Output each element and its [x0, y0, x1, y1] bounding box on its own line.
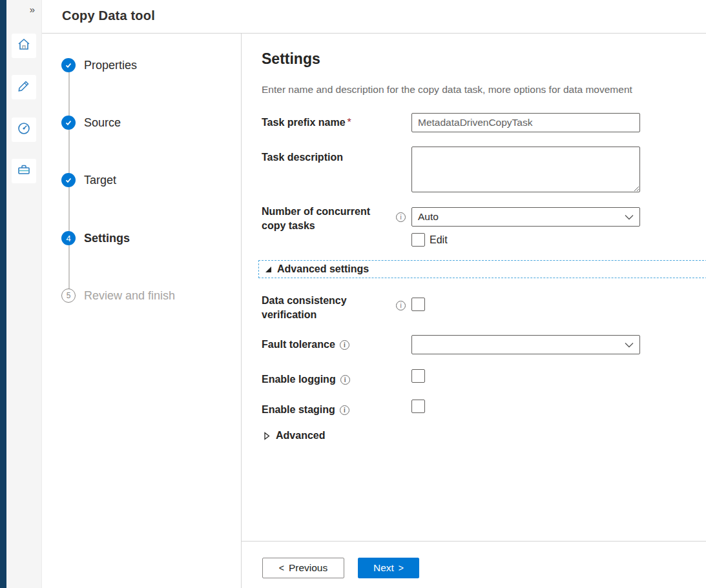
info-icon[interactable]: i	[340, 340, 349, 350]
home-icon	[16, 37, 32, 55]
step-properties[interactable]: Properties	[55, 57, 137, 73]
info-icon[interactable]: i	[396, 212, 406, 222]
app-sidebar: »	[6, 0, 42, 588]
advanced-expander[interactable]: Advanced	[264, 430, 325, 441]
next-button-label: Next	[373, 562, 394, 574]
sidebar-item-home[interactable]	[12, 34, 36, 58]
step-label: Properties	[84, 59, 137, 72]
header: Copy Data tool	[42, 0, 706, 34]
concurrent-tasks-label: Number of concurrent copy tasks	[262, 205, 391, 233]
dropdown-selected-value: Auto	[418, 211, 625, 223]
step-number-badge: 4	[61, 231, 76, 245]
gauge-icon	[16, 121, 32, 139]
enable-staging-checkbox[interactable]	[411, 400, 425, 413]
sidebar-item-manage[interactable]	[12, 159, 36, 183]
enable-logging-label: Enable logging i	[262, 372, 350, 387]
fault-tolerance-dropdown[interactable]	[411, 335, 640, 354]
data-consistency-checkbox[interactable]	[411, 298, 425, 311]
section-subtitle: Enter name and description for the copy …	[262, 84, 632, 96]
concurrent-tasks-dropdown[interactable]: Auto	[411, 207, 640, 227]
pencil-icon	[16, 78, 32, 96]
expand-triangle-icon	[264, 432, 270, 440]
info-icon[interactable]: i	[396, 301, 406, 310]
step-label: Settings	[84, 232, 130, 245]
enable-logging-checkbox[interactable]	[411, 369, 425, 383]
step-label: Target	[84, 174, 116, 187]
step-settings[interactable]: 4 Settings	[55, 230, 130, 246]
fault-tolerance-label: Fault tolerance i	[262, 338, 349, 352]
task-prefix-input[interactable]	[411, 113, 640, 132]
step-review-and-finish[interactable]: 5 Review and finish	[55, 288, 175, 303]
step-label: Source	[84, 116, 121, 130]
edit-checkbox[interactable]	[411, 233, 425, 247]
footer-divider	[242, 541, 706, 542]
advanced-settings-toggle[interactable]: Advanced settings	[258, 260, 706, 278]
step-source[interactable]: Source	[55, 115, 121, 130]
step-complete-icon	[61, 58, 76, 72]
step-label: Review and finish	[84, 289, 175, 303]
enable-staging-label: Enable staging i	[262, 403, 349, 417]
step-complete-icon	[61, 173, 76, 187]
advanced-label: Advanced	[276, 430, 325, 441]
required-asterisk: *	[348, 117, 351, 128]
task-prefix-label: Task prefix name*	[262, 116, 351, 130]
collapse-triangle-icon	[265, 267, 271, 272]
task-description-textarea[interactable]	[411, 147, 640, 192]
sidebar-item-monitor[interactable]	[12, 117, 36, 142]
step-number-badge: 5	[61, 289, 76, 303]
advanced-settings-label: Advanced settings	[277, 263, 369, 275]
chevron-down-icon	[625, 342, 634, 348]
sidebar-item-author[interactable]	[12, 75, 36, 99]
section-title: Settings	[262, 50, 320, 68]
double-chevron-right-icon: »	[30, 4, 35, 15]
wizard-steps: Properties Source Target 4 Settings 5 Re…	[42, 34, 242, 588]
expand-sidebar-button[interactable]: »	[27, 3, 37, 16]
left-nav-strip	[0, 0, 6, 588]
edit-checkbox-label: Edit	[430, 234, 448, 246]
data-consistency-label: Data consistency verification	[262, 294, 371, 322]
info-icon[interactable]: i	[340, 375, 350, 385]
chevron-down-icon	[625, 214, 634, 220]
step-target[interactable]: Target	[55, 172, 116, 188]
next-button[interactable]: Next >	[358, 558, 419, 578]
toolbox-icon	[16, 162, 32, 180]
info-icon[interactable]: i	[340, 405, 349, 415]
page-title: Copy Data tool	[62, 8, 155, 23]
previous-button-label: Previous	[289, 562, 327, 574]
step-complete-icon	[61, 116, 76, 130]
task-description-label: Task description	[262, 150, 343, 165]
previous-button[interactable]: < Previous	[262, 558, 344, 578]
chevron-left-icon: <	[279, 563, 284, 573]
chevron-right-icon: >	[399, 563, 404, 573]
settings-pane: Settings Enter name and description for …	[242, 34, 706, 588]
copy-data-tool-window: »	[0, 0, 706, 588]
